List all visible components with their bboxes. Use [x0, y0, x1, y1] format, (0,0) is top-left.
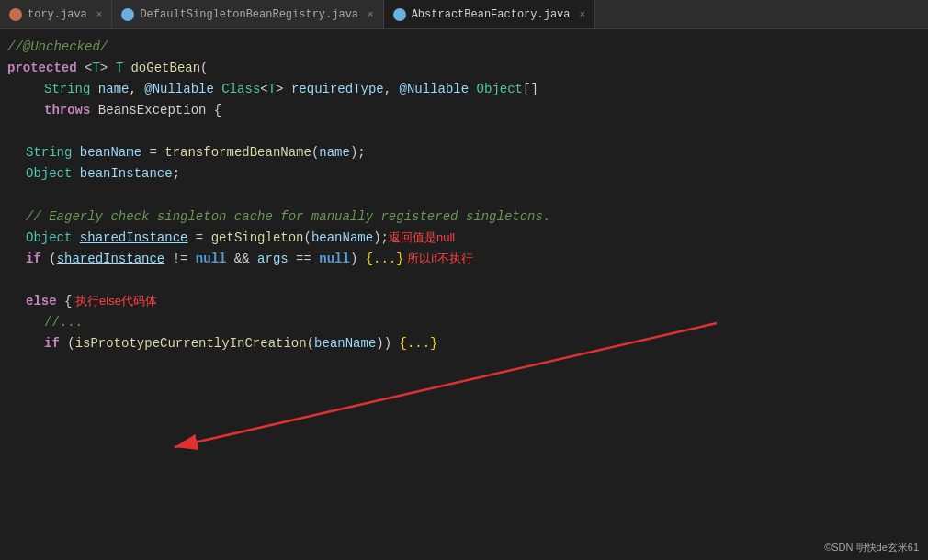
- code-else-brace: {: [57, 291, 73, 312]
- tab-close-abstractbeanfactory[interactable]: ×: [580, 9, 586, 20]
- tab-icon-tory: [9, 8, 22, 21]
- code-beanname: beanName = transformedBeanName(name);: [72, 142, 365, 163]
- keyword-throws: throws: [44, 100, 90, 121]
- keyword-protected: protected: [7, 58, 77, 79]
- tab-label-tory: tory.java: [28, 8, 87, 21]
- keyword-if-2: if: [44, 333, 60, 354]
- code-line-header: //@Unchecked/: [0, 37, 928, 58]
- code-line-5: String beanName = transformedBeanName(na…: [0, 142, 928, 163]
- type-object-9: Object: [26, 228, 72, 249]
- tab-close-tory[interactable]: ×: [96, 9, 103, 20]
- empty-line-2: [0, 185, 928, 207]
- type-string-2: String: [44, 79, 90, 100]
- empty-line-1: [0, 121, 928, 142]
- tab-bar: tory.java × DefaultSingletonBeanRegistry…: [0, 0, 928, 29]
- code-line-2: String name, @Nullable Class<T> required…: [0, 79, 928, 100]
- code-param-name: name, @Nullable Class<T> requiredType, @…: [90, 79, 538, 100]
- tab-tory[interactable]: tory.java ×: [0, 0, 112, 28]
- annotation-else-exec: 执行else代码体: [72, 291, 156, 310]
- empty-line-3: [0, 270, 928, 291]
- comment-unchecked: //@Unchecked/: [7, 37, 108, 58]
- code-line-10: if (sharedInstance != null && args == nu…: [0, 249, 928, 270]
- code-dogetbean: <T> T doGetBean(: [77, 58, 209, 79]
- type-string-5: String: [26, 142, 72, 163]
- annotation-if-skip: 所以if不执行: [404, 249, 473, 268]
- watermark: ©SDN 明快de玄米61: [824, 541, 919, 554]
- code-sharedinstance: sharedInstance = getSingleton(beanName);: [72, 228, 389, 249]
- code-if-braces: {...}: [357, 249, 403, 270]
- comment-eagerly: // Eagerly check singleton cache for man…: [26, 207, 550, 228]
- code-line-6: Object beanInstance;: [0, 163, 928, 185]
- code-line-3: throws BeansException {: [0, 100, 928, 121]
- keyword-else: else: [26, 291, 57, 312]
- comment-dots: //...: [44, 312, 83, 333]
- tab-close-defaultsingleton[interactable]: ×: [368, 9, 374, 20]
- code-line-comment: // Eagerly check singleton cache for man…: [0, 207, 928, 228]
- tab-defaultsingleton[interactable]: DefaultSingletonBeanRegistry.java ×: [112, 0, 383, 28]
- code-area: //@Unchecked/ protected <T> T doGetBean(…: [0, 29, 928, 560]
- keyword-if: if: [26, 249, 41, 270]
- code-beansexception: BeansException {: [90, 100, 221, 121]
- annotation-null-return: 返回值是null: [389, 228, 455, 247]
- tab-icon-defaultsingleton: [121, 8, 134, 21]
- code-if-condition: (sharedInstance != null && args == null): [41, 249, 358, 270]
- tab-icon-abstractbeanfactory: [393, 8, 406, 21]
- code-beaninstance: beanInstance;: [72, 163, 180, 185]
- tab-label-abstractbeanfactory: AbstractBeanFactory.java: [412, 8, 571, 21]
- code-line-comment2: //...: [0, 312, 928, 333]
- tab-label-defaultsingleton: DefaultSingletonBeanRegistry.java: [140, 8, 358, 21]
- tab-abstractbeanfactory[interactable]: AbstractBeanFactory.java ×: [384, 0, 595, 28]
- code-isprototype-braces: {...}: [391, 333, 437, 354]
- code-line-else: else { 执行else代码体: [0, 291, 928, 312]
- type-object-6: Object: [26, 163, 72, 185]
- code-isprototype: (isPrototypeCurrentlyInCreation(beanName…: [60, 333, 391, 354]
- code-line-14: if (isPrototypeCurrentlyInCreation(beanN…: [0, 333, 928, 354]
- code-line-1: protected <T> T doGetBean(: [0, 58, 928, 79]
- code-line-9: Object sharedInstance = getSingleton(bea…: [0, 228, 928, 249]
